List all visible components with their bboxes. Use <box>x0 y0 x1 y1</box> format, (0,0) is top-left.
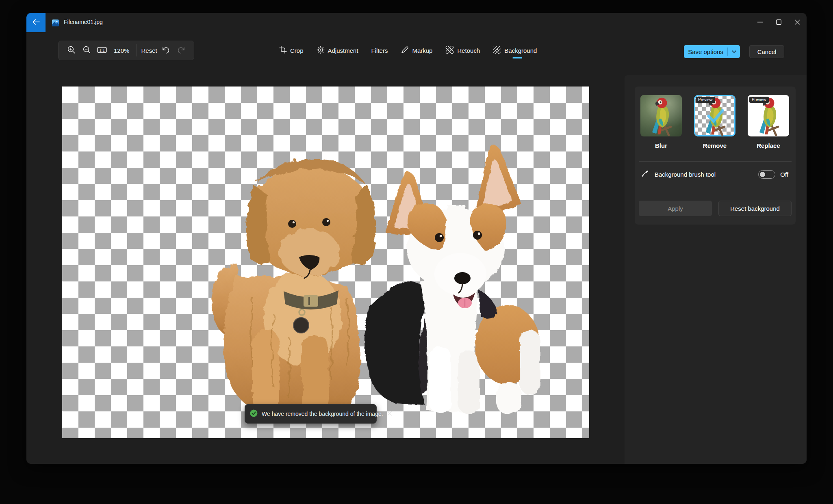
success-check-icon <box>250 409 258 419</box>
blur-option-label: Blur <box>640 142 682 149</box>
tab-adjustment[interactable]: Adjustment <box>317 41 358 60</box>
selected-tab-indicator <box>513 57 523 58</box>
background-panel: Preview <box>625 75 807 464</box>
photos-app-icon <box>52 19 59 26</box>
zoom-level-value: 120% <box>111 47 132 54</box>
maximize-icon <box>776 19 781 26</box>
parrot-preview-image <box>640 95 682 136</box>
tab-crop-label: Crop <box>290 47 304 54</box>
tab-crop[interactable]: Crop <box>279 41 304 60</box>
toast-notification: We have removed the background of the im… <box>245 404 377 424</box>
sun-dial-icon <box>317 46 325 55</box>
preview-badge: Preview <box>696 97 715 103</box>
arrow-left-icon <box>33 19 40 26</box>
save-options-label: Save options <box>684 48 727 55</box>
tab-retouch[interactable]: Retouch <box>445 41 480 60</box>
cancel-button[interactable]: Cancel <box>749 45 784 58</box>
remove-option-label: Remove <box>694 142 735 149</box>
background-brush-row: Background brush tool Off <box>639 161 792 187</box>
zoom-in-button[interactable] <box>64 43 78 57</box>
redo-button[interactable] <box>174 43 188 57</box>
background-figure-icon <box>493 46 501 55</box>
background-option-replace[interactable]: Preview <box>748 95 789 136</box>
toggle-state-label: Off <box>780 171 788 178</box>
replace-option-label: Replace <box>748 142 789 149</box>
edited-photo-two-puppies <box>62 87 589 438</box>
background-option-blur[interactable] <box>640 95 682 136</box>
crop-icon <box>279 46 287 55</box>
reset-zoom-label: Reset <box>138 47 160 54</box>
window-controls <box>751 13 807 32</box>
magnifier-plus-icon <box>67 45 76 55</box>
background-options-card: Preview <box>635 87 796 225</box>
toggle-knob <box>760 172 765 177</box>
background-option-thumbnails: Preview <box>640 95 789 136</box>
tab-filters[interactable]: Filters <box>371 41 388 60</box>
magnifier-minus-icon <box>82 45 91 55</box>
tab-markup-label: Markup <box>412 47 432 54</box>
tab-markup[interactable]: Markup <box>401 41 432 60</box>
desktop-backdrop: Filename01.jpg <box>0 0 833 504</box>
brush-icon <box>641 170 649 179</box>
maximize-button[interactable] <box>769 13 788 32</box>
photos-editor-window: Filename01.jpg <box>26 13 807 464</box>
background-option-labels: Blur Remove Replace <box>640 142 789 149</box>
close-button[interactable] <box>788 13 807 32</box>
bandage-icon <box>445 45 454 55</box>
undo-icon <box>161 46 170 55</box>
minimize-button[interactable] <box>751 13 769 32</box>
background-brush-label: Background brush tool <box>655 171 716 178</box>
one-to-one-icon: 1:1 <box>97 46 107 55</box>
toolbar-divider <box>137 44 137 56</box>
undo-button[interactable] <box>159 43 173 57</box>
image-canvas: We have removed the background of the im… <box>62 87 589 438</box>
zoom-toolbar: 1:1 120% Reset <box>58 41 194 60</box>
zoom-out-button[interactable] <box>80 43 93 57</box>
tab-background[interactable]: Background <box>493 41 537 60</box>
back-button[interactable] <box>26 13 46 32</box>
chevron-down-icon <box>728 50 740 53</box>
tab-adjustment-label: Adjustment <box>328 47 358 54</box>
pen-icon <box>401 46 409 55</box>
toast-message: We have removed the background of the im… <box>262 411 383 417</box>
redo-icon <box>177 46 186 55</box>
edit-tabs: Crop Adjustment Filters Markup <box>279 41 537 60</box>
apply-button[interactable]: Apply <box>639 201 712 216</box>
tab-retouch-label: Retouch <box>457 47 480 54</box>
toast-close-button[interactable] <box>387 408 392 420</box>
reset-background-button[interactable]: Reset background <box>718 201 792 216</box>
actual-size-button[interactable]: 1:1 <box>95 43 109 57</box>
preview-badge: Preview <box>749 97 769 103</box>
reset-zoom-button[interactable]: Reset <box>141 43 157 57</box>
tab-filters-label: Filters <box>371 47 388 54</box>
panel-buttons: Apply Reset background <box>639 201 792 216</box>
document-title: Filename01.jpg <box>64 19 103 25</box>
save-options-button[interactable]: Save options <box>684 45 740 58</box>
svg-text:1:1: 1:1 <box>99 48 105 52</box>
tab-background-label: Background <box>504 47 537 54</box>
minimize-icon <box>757 19 763 26</box>
close-icon <box>387 411 392 417</box>
background-brush-toggle[interactable] <box>758 170 775 179</box>
close-icon <box>795 19 800 26</box>
background-option-remove[interactable]: Preview <box>694 95 735 136</box>
